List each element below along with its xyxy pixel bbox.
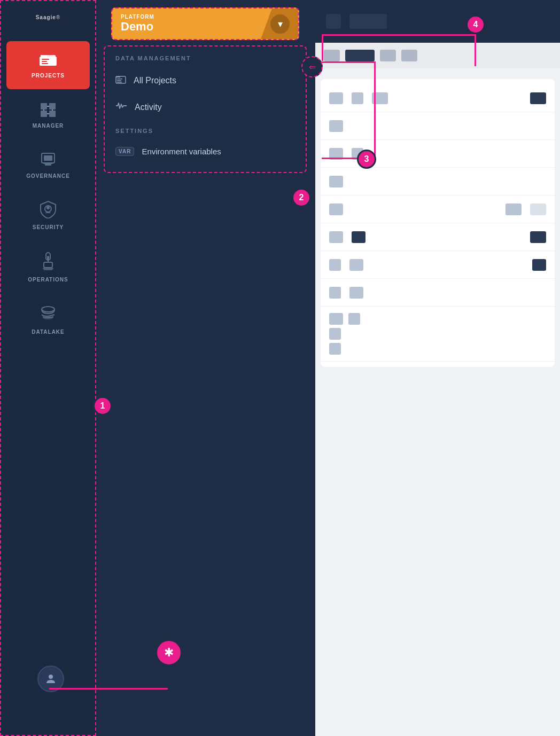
filter-block-1 [324,50,340,61]
logo-text: Saagie [36,14,56,20]
settings-section-label: SETTINGS [105,120,306,139]
svg-rect-9 [49,111,56,117]
collapse-panel-button[interactable]: ⇐ [301,56,323,77]
manager-icon [40,102,57,120]
bottom-action-icon: ✱ [164,646,174,660]
cell-block [329,176,343,187]
annotation-line-v2 [322,34,323,61]
svg-point-27 [42,307,55,312]
badge-1: 1 [93,396,112,416]
annotation-line-h1 [322,34,475,36]
platform-dropdown-arrow[interactable]: ▾ [270,14,290,34]
logo: Saagie® [36,12,61,28]
sidebar-item-operations[interactable]: OPERATIONS [1,241,95,293]
cell-block-dark [352,231,365,243]
badge-2: 2 [292,188,311,207]
cell-block [329,287,341,299]
sidebar-item-datalake[interactable]: DATALAKE [1,293,95,346]
topbar-block-2 [349,14,387,29]
data-management-section-label: DATA MANAGEMENT [105,55,306,67]
sidebar-nav: PROJECTS MANAGER [1,39,95,346]
svg-rect-5 [42,63,48,64]
svg-rect-32 [117,79,122,80]
filter-block-3 [380,50,396,61]
platform-label: PLATFORM [121,14,154,20]
svg-rect-7 [49,103,56,109]
cell-block [329,231,343,243]
nav-item-activity[interactable]: Activity [105,94,306,120]
operations-icon [41,252,56,273]
sidebar-item-projects[interactable]: PROJECTS [6,41,90,89]
cell-block [352,92,363,104]
svg-rect-15 [44,155,52,161]
cell-block-dark [530,92,546,104]
badge-2-label: 2 [299,193,304,202]
svg-rect-31 [116,76,120,77]
svg-rect-1 [41,55,48,57]
nav-menu: DATA MANAGEMENT All Projects Activity [104,45,307,173]
filter-block-2 [345,50,375,61]
var-badge: VAR [115,147,134,156]
badge-4-label: 4 [473,20,478,29]
topbar-block-1 [326,14,341,29]
badge-3-label: 3 [364,154,369,164]
sidebar: Saagie® PROJECTS [0,0,96,736]
cell-block-dark [530,231,546,243]
cell-block-dark [532,259,546,271]
table-row[interactable] [321,307,555,362]
collapse-icon: ⇐ [309,62,316,72]
platform-name: Demo [121,20,154,34]
cell-block [329,259,341,271]
governance-label: GOVERNANCE [26,173,70,179]
sidebar-item-security[interactable]: SECURITY [1,190,95,241]
svg-rect-16 [45,164,51,166]
svg-rect-3 [42,59,49,60]
annotation-line-v1 [475,34,476,66]
cell-block [329,92,343,104]
badge-1-label: 1 [100,401,105,411]
cell-block [505,203,522,215]
manager-label: MANAGER [33,123,64,129]
platform-selector[interactable]: PLATFORM Demo ▾ [111,7,299,40]
logo-superscript: ® [56,14,60,20]
bottom-action-button[interactable]: ✱ [155,639,183,667]
sidebar-item-manager[interactable]: MANAGER [1,91,95,139]
table-row[interactable] [321,279,555,307]
nav-item-all-projects[interactable]: All Projects [105,67,306,94]
table-row[interactable] [321,251,555,279]
cell-block [349,287,363,299]
datalake-icon [38,304,58,326]
table-row[interactable] [321,84,555,112]
table-row[interactable] [321,223,555,251]
svg-rect-33 [117,80,121,81]
activity-icon [115,101,127,113]
table-row[interactable] [321,112,555,140]
platform-info: PLATFORM Demo [121,14,154,34]
annotation-line-h3b [313,61,374,63]
cell-block [329,203,343,215]
table-row[interactable] [321,168,555,195]
sidebar-item-governance[interactable]: GOVERNANCE [1,139,95,190]
annotation-line-v3 [374,61,376,158]
projects-icon [40,52,57,69]
svg-rect-8 [41,111,47,117]
cell-block [329,343,341,355]
env-vars-label: Environment variables [142,147,221,156]
table-row[interactable] [321,140,555,168]
svg-rect-34 [117,82,122,83]
filter-block-4 [401,50,417,61]
main-content [315,0,560,736]
datalake-label: DATALAKE [32,329,65,335]
table-row[interactable] [321,195,555,223]
security-icon [40,200,57,221]
svg-rect-21 [47,256,49,260]
all-projects-icon [115,74,126,87]
all-projects-label: All Projects [134,76,176,85]
cell-block [329,120,343,132]
svg-rect-6 [41,103,47,109]
svg-point-28 [43,316,53,319]
projects-label: PROJECTS [32,73,65,79]
svg-rect-23 [44,262,52,268]
nav-item-env-vars[interactable]: VAR Environment variables [105,139,306,163]
annotation-line-bottom [49,688,168,690]
